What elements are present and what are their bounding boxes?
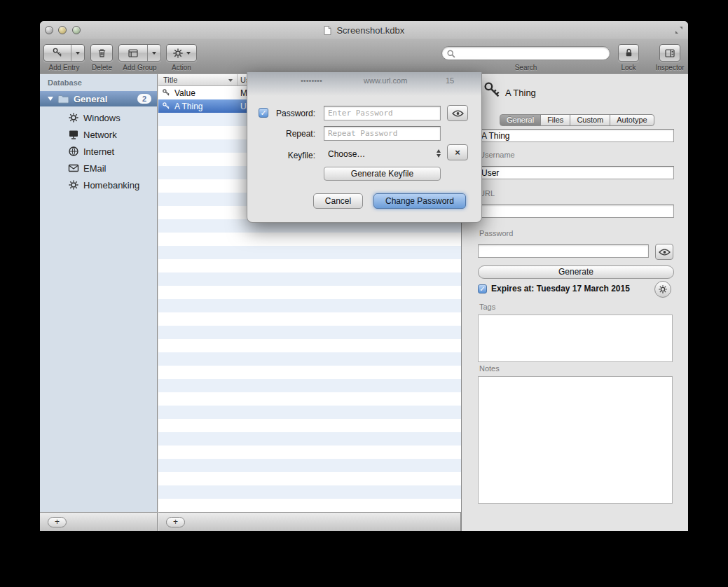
reveal-password-button[interactable] (655, 244, 673, 260)
lock-icon (624, 48, 634, 58)
entry-title: A Thing (174, 102, 202, 111)
inspector-tabs: General Files Custom Autotype (500, 114, 654, 126)
sidebar-item-label: Windows (83, 113, 121, 123)
column-divider[interactable] (237, 74, 238, 85)
key-icon (162, 88, 171, 97)
group-icon (128, 48, 139, 59)
password-field[interactable] (478, 244, 649, 258)
entry-list-bottom-bar: + (158, 512, 461, 531)
sidebar-item-label: EMail (83, 163, 107, 174)
username-label: Username (479, 151, 515, 159)
search-icon (446, 49, 456, 59)
sheet-top-fade: •••••••• www.url.com 15 (247, 72, 481, 96)
gear-icon (658, 284, 668, 294)
add-entry-label: Add Entry (43, 64, 85, 71)
window-title-text: Screenshot.kdbx (336, 25, 404, 36)
inspector-entry-title: A Thing (505, 88, 536, 98)
generate-password-button[interactable]: Generate (478, 265, 674, 279)
document-icon (324, 26, 331, 35)
search-input[interactable] (458, 48, 605, 59)
search-field[interactable] (441, 46, 610, 60)
inspector-panel: A Thing General Files Custom Autotype Us… (461, 74, 688, 531)
inspector-button[interactable] (659, 44, 680, 62)
add-group-label: Add Group (118, 64, 161, 71)
password-label: Password (479, 229, 513, 237)
add-group-button[interactable] (118, 44, 161, 62)
add-group-dropdown[interactable] (148, 45, 160, 61)
change-password-button[interactable]: Change Password (373, 193, 466, 209)
sidebar-item-label: Homebanking (83, 180, 139, 191)
key-icon (162, 102, 171, 111)
keyfile-popup[interactable]: Choose… (328, 149, 365, 159)
eye-icon (452, 110, 464, 117)
sidebar-item-network[interactable]: Network (40, 126, 157, 143)
action-label: Action (166, 64, 197, 71)
group-badge: 2 (137, 94, 151, 104)
fullscreen-icon[interactable] (675, 26, 683, 34)
add-entry-button[interactable] (43, 44, 85, 62)
sidebar-item-windows[interactable]: Windows (40, 109, 157, 126)
chevron-down-icon (186, 52, 191, 55)
title-field[interactable] (478, 129, 674, 142)
close-x-icon: × (455, 147, 460, 158)
username-field[interactable] (478, 166, 674, 179)
sidebar-item-label: Internet (83, 146, 114, 157)
tab-files[interactable]: Files (540, 114, 570, 126)
windows-icon (68, 112, 79, 123)
repeat-password-input[interactable] (324, 126, 441, 141)
entry-key-icon (483, 80, 502, 101)
popup-stepper-icon[interactable] (437, 149, 441, 158)
sort-indicator-icon (228, 79, 233, 82)
ghost-password-dots: •••••••• (301, 76, 322, 85)
tab-autotype[interactable]: Autotype (610, 114, 654, 126)
search-label: Search (441, 64, 610, 71)
clear-keyfile-button[interactable]: × (447, 144, 468, 160)
sidebar: Database General 2 Windows Network Inter… (40, 74, 158, 512)
lock-label: Lock (607, 64, 650, 71)
expires-options-button[interactable] (654, 281, 671, 298)
tab-general[interactable]: General (500, 114, 541, 126)
cancel-button[interactable]: Cancel (313, 193, 363, 209)
entry-title: Value (174, 88, 195, 98)
sidebar-group-general[interactable]: General 2 (40, 91, 157, 106)
tags-field[interactable] (478, 315, 673, 362)
generate-keyfile-button[interactable]: Generate Keyfile (324, 167, 441, 181)
window-title: Screenshot.kdbx (40, 25, 688, 36)
inspector-label: Inspector (649, 64, 688, 71)
add-group-plus-button[interactable]: + (48, 517, 67, 527)
action-button[interactable] (166, 44, 197, 62)
lock-button[interactable] (618, 44, 639, 62)
tags-label: Tags (479, 303, 495, 311)
chevron-down-icon (76, 52, 80, 55)
sidebar-item-internet[interactable]: Internet (40, 143, 157, 160)
delete-button[interactable] (90, 44, 113, 62)
url-field[interactable] (478, 205, 674, 218)
show-password-button[interactable] (447, 105, 468, 121)
homebanking-icon (68, 179, 79, 191)
add-entry-plus-button[interactable]: + (166, 517, 185, 527)
sidebar-item-homebanking[interactable]: Homebanking (40, 177, 157, 193)
expires-label: Expires at: Tuesday 17 March 2015 (491, 284, 630, 294)
notes-field[interactable] (478, 376, 673, 504)
folder-icon (57, 95, 69, 104)
chevron-down-icon (152, 52, 156, 55)
tab-custom[interactable]: Custom (570, 114, 610, 126)
add-entry-dropdown[interactable] (71, 45, 84, 61)
disclosure-triangle-icon[interactable] (48, 97, 53, 101)
sidebar-bottom-bar: + (40, 512, 158, 531)
dialog-keyfile-label: Keyfile: (247, 151, 315, 160)
delete-label: Delete (82, 64, 122, 71)
network-icon (68, 129, 79, 140)
sidebar-item-email[interactable]: EMail (40, 160, 157, 177)
email-icon (68, 163, 79, 174)
new-password-input[interactable] (324, 106, 441, 120)
app-window: Screenshot.kdbx Add Entry Delete (40, 21, 688, 531)
sidebar-group-label: General (74, 94, 137, 104)
trash-icon (97, 48, 107, 59)
eye-icon (659, 249, 671, 256)
sidebar-item-label: Network (83, 130, 117, 140)
expires-checkbox[interactable]: ✓ (478, 284, 487, 294)
desktop: Screenshot.kdbx Add Entry Delete (0, 0, 728, 587)
column-header-title[interactable]: Title (163, 76, 177, 84)
key-icon (52, 47, 64, 59)
